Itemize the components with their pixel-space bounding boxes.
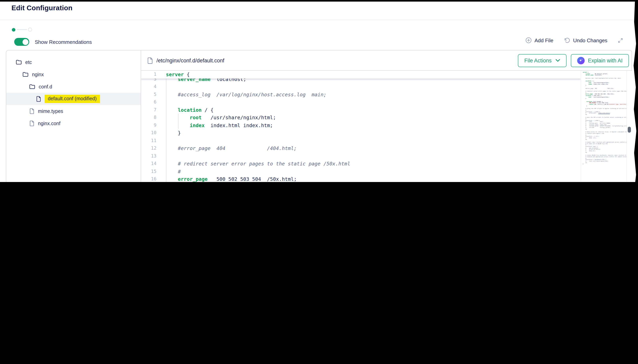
show-recommendations-toggle[interactable] (14, 38, 29, 46)
code-line-14[interactable]: 14 # redirect server error pages to the … (141, 160, 581, 168)
code-line-15[interactable]: 15 # (141, 168, 581, 175)
line-number: 7 (141, 106, 161, 114)
toggle-knob (22, 39, 28, 45)
minimap-line: root /usr/share/nginx/html; (583, 82, 627, 84)
tree-item-nginx.conf[interactable]: nginx.conf (6, 117, 141, 130)
file-tree: etcnginxconf.ddefault.conf (modified)mim… (6, 50, 141, 182)
code-line-content: location / { (161, 106, 581, 114)
step-connector (17, 29, 27, 30)
minimap-line: } (583, 164, 627, 165)
expand-editor-button[interactable] (618, 37, 623, 43)
minimap-line: root /usr/share/nginx/html; (583, 96, 627, 98)
code-line-5[interactable]: 5 #access_log /var/log/nginx/host.access… (141, 90, 581, 98)
minimap-line: # proxy_pass http://127.0.0.1; (583, 113, 627, 114)
minimap-line: #location ~ \.php$ { (583, 111, 627, 112)
tree-item-etc[interactable]: etc (6, 56, 141, 68)
header-divider (0, 20, 638, 20)
minimap-line: } (583, 106, 627, 107)
minimap-line (583, 100, 627, 101)
file-icon (36, 96, 41, 102)
step-1-active-dot[interactable] (12, 28, 16, 32)
minimap-line (583, 76, 627, 78)
minimap-line: # (583, 118, 627, 120)
minimap-line: #} (583, 129, 627, 130)
code-line-12[interactable]: 12 #error_page 404 /404.html; (141, 144, 581, 152)
minimap-line: # allow 127.0.0.1; (583, 149, 627, 150)
minimap-line: # enable /api/ location with appropriate… (583, 142, 627, 143)
line-number: 6 (141, 98, 161, 106)
minimap-line: return 200 'HTTP/1.1 200 OK\nContent-Typ… (583, 104, 627, 105)
minimap-line: # api write=on; (583, 148, 627, 149)
minimap-line: #location ~ /\.ht { (583, 136, 627, 138)
minimap-line: # (583, 134, 627, 136)
minimap-line: # fastcgi_param SCRIPT_FILENAME /scripts… (583, 126, 627, 127)
code-line-13[interactable]: 13 (141, 152, 581, 160)
minimap-line (583, 90, 627, 91)
minimap-line: location / { (583, 80, 627, 82)
tree-item-label: nginx (32, 72, 44, 77)
line-number: 11 (141, 137, 161, 144)
config-editor-panel: etcnginxconf.ddefault.conf (modified)mim… (6, 50, 632, 182)
line-number: 1 (141, 71, 161, 78)
code-line-16[interactable]: 16 error_page 500 502 503 504 /50x.html; (141, 175, 581, 182)
code-line-11[interactable]: 11 (141, 137, 581, 144)
minimap-line: #} (583, 152, 627, 154)
code-line-content: # (161, 168, 581, 175)
code-line-4[interactable]: 4 (141, 83, 581, 90)
line-number: 10 (141, 129, 161, 137)
step-2-dot[interactable] (28, 28, 32, 32)
minimap-line: # (583, 145, 627, 146)
code-line-1[interactable]: 1server { (141, 71, 581, 78)
minimap-line (583, 107, 627, 108)
code-line-content (161, 152, 581, 160)
code-line-10[interactable]: 10 } (141, 129, 581, 137)
minimap-line: # enable NGINX Plus Dashboard; requires … (583, 155, 627, 156)
minimap-line: # (583, 158, 627, 159)
line-number: 9 (141, 122, 161, 129)
line-number: 12 (141, 144, 161, 152)
tree-item-mime.types[interactable]: mime.types (6, 105, 141, 117)
explain-with-ai-button[interactable]: Explain with AI (571, 54, 629, 67)
code-line-9[interactable]: 9 index index.html index.htm; (141, 122, 581, 129)
minimap-line: # fastcgi_index index.php; (583, 124, 627, 126)
minimap-line: # proxy the PHP scripts to Apache listen… (583, 108, 627, 110)
file-icon (29, 120, 34, 126)
minimap-line: # include fastcgi_params; (583, 127, 627, 128)
minimap-line (583, 140, 627, 142)
code-line-6[interactable]: 6 (141, 98, 581, 106)
code-line-content: index index.html index.htm; (161, 122, 581, 129)
tree-item-conf.d[interactable]: conf.d (6, 80, 141, 93)
expand-icon (618, 37, 623, 43)
minimap-line: # enabled and appropriate access control… (583, 156, 627, 158)
code-line-content (161, 83, 581, 90)
minimap-line: #location /api/ { (583, 146, 627, 148)
code-line-content: root /usr/share/nginx/html; (161, 114, 581, 122)
code-line-content (161, 98, 581, 106)
tree-item-default.conf[interactable]: default.conf (modified) (6, 93, 141, 105)
minimap[interactable]: server { listen 80 default_server; serve… (581, 71, 627, 182)
minimap-line: # pass the PHP scripts to FastCGI server… (583, 117, 627, 118)
code-line-content: } (161, 129, 581, 137)
minimap-line: error_page 500 502 503 504 /50x.html; (583, 94, 627, 95)
code-line-content: server { (161, 71, 581, 78)
add-file-button[interactable]: Add File (525, 37, 553, 44)
minimap-line: server { (583, 72, 627, 73)
file-header: /etc/nginx/conf.d/default.conf File Acti… (141, 50, 632, 71)
code-editor[interactable]: 1server {3 server_name localhost;45 #acc… (141, 71, 632, 182)
undo-icon (563, 37, 570, 43)
undo-changes-button[interactable]: Undo Changes (563, 37, 607, 43)
wizard-stepper (12, 28, 32, 32)
minimap-line: # deny all; (583, 138, 627, 139)
code-line-content (161, 137, 581, 144)
line-number: 15 (141, 168, 161, 175)
minimap-line: # root html; (583, 122, 627, 123)
file-actions-button[interactable]: File Actions (518, 54, 566, 67)
line-number: 16 (141, 175, 161, 182)
tree-item-nginx[interactable]: nginx (6, 68, 141, 80)
code-line-8[interactable]: 8 root /usr/share/nginx/html; (141, 114, 581, 122)
vertical-scrollbar[interactable] (626, 71, 632, 182)
vertical-scrollbar-thumb[interactable] (628, 127, 631, 133)
minimap-line: #error_page 404 /404.html; (583, 88, 627, 89)
code-line-7[interactable]: 7 location / { (141, 106, 581, 114)
minimap-line: #location ~ \.php$ { (583, 120, 627, 121)
